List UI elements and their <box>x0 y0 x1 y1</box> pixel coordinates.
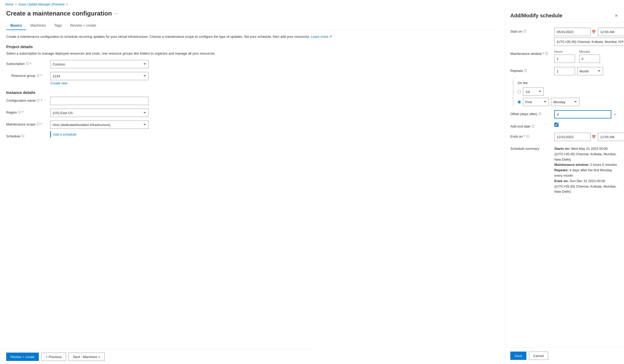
breadcrumb-sep1: > <box>15 3 17 6</box>
maintenance-scope-required: * <box>41 122 42 126</box>
region-label: Region <box>6 110 17 114</box>
ends-on-bold: Ends on: <box>554 179 569 183</box>
close-button[interactable]: × <box>614 12 619 19</box>
subscription-row: Subscription ⓘ * Contoso <box>6 60 499 68</box>
repeats-bold: Repeats: <box>554 168 569 172</box>
offset-info-icon: ⓘ <box>538 112 541 116</box>
repeats-row: Repeats ⓘ Month <box>510 67 619 75</box>
resource-group-label: Resource group <box>11 74 35 78</box>
start-on-info-icon: ⓘ <box>523 29 526 34</box>
resource-group-info-icon: ⓘ <box>37 73 40 78</box>
on-the-section: On the 1st First <box>513 79 619 106</box>
maintenance-window-required: * <box>543 52 544 56</box>
subscription-select[interactable]: Contoso <box>50 60 149 68</box>
subscription-info-icon: ⓘ <box>26 62 29 66</box>
subscription-required: * <box>30 62 31 66</box>
radio-day-number[interactable] <box>518 90 521 93</box>
day-select[interactable]: Monday <box>551 98 579 106</box>
left-panel: Create a maintenance configuration ··· B… <box>0 8 505 364</box>
ends-on-info-icon: ⓘ <box>526 134 529 139</box>
day-number-select[interactable]: 1st <box>523 87 544 96</box>
radio-row-2: First Monday <box>518 98 619 106</box>
tab-machines[interactable]: Machines <box>26 21 50 30</box>
radio-ordinal-day[interactable] <box>518 100 521 104</box>
repeats-info-icon: ⓘ <box>524 69 527 73</box>
maintenance-window-row: Maintenance window * ⓘ Hours 2 Minutes 0 <box>510 50 619 63</box>
region-select[interactable]: (US) East US <box>50 109 149 117</box>
schedule-label: Schedule <box>6 134 20 138</box>
end-date-input[interactable] <box>554 133 591 141</box>
ordinal-select[interactable]: First <box>523 98 549 106</box>
tab-tags[interactable]: Tags <box>50 21 66 30</box>
resource-group-required: * <box>41 74 42 78</box>
start-on-row: Start on ⓘ 05/31/2023 📅 (UTC+05:30) Chen… <box>510 28 619 46</box>
window-bold: Maintenance window: <box>554 163 589 167</box>
bottom-bar: Review + create < Previous Next : Machin… <box>0 349 312 364</box>
schedule-summary-label: Schedule summary <box>510 147 539 151</box>
more-icon[interactable]: ··· <box>114 11 118 16</box>
tab-basics[interactable]: Basics <box>6 21 26 30</box>
add-end-date-row: Add end date ⓘ <box>510 123 619 129</box>
maintenance-scope-info-icon: ⓘ <box>37 122 40 127</box>
external-link-icon: ↗ <box>329 35 332 39</box>
radio-row-1: 1st <box>518 87 619 96</box>
add-end-date-info-icon: ⓘ <box>531 124 534 129</box>
add-schedule-link[interactable]: Add a schedule <box>50 131 76 137</box>
review-create-button[interactable]: Review + create <box>6 353 39 361</box>
side-panel-title: Add/Modify schedule <box>510 13 562 19</box>
ends-on-row: Ends on * ⓘ 📅 <box>510 133 619 141</box>
start-date-calendar-icon[interactable]: 📅 <box>592 30 596 34</box>
schedule-summary-text: Starts on: Wed May 31 2023 00:00 ((UTC+0… <box>554 146 619 195</box>
offset-check-icon: ✓ <box>614 112 617 116</box>
repeats-unit-select[interactable]: Month <box>577 67 603 75</box>
tab-review-create[interactable]: Review + create <box>66 21 100 30</box>
ends-on-required: * <box>524 135 525 138</box>
maintenance-window-label: Maintenance window <box>510 52 542 56</box>
breadcrumb-sep2: > <box>66 3 68 6</box>
maintenance-scope-select[interactable]: Host (dedicated/isolated infrastructure) <box>50 121 149 129</box>
learn-more-link[interactable]: Learn more <box>311 35 328 39</box>
end-date-calendar-icon[interactable]: 📅 <box>592 135 596 139</box>
page-description: Create a maintenance configuration to sc… <box>6 34 499 39</box>
on-the-label: On the <box>518 79 619 85</box>
config-name-input[interactable] <box>50 97 149 105</box>
save-button[interactable]: Save <box>510 352 526 360</box>
breadcrumb-home[interactable]: Home <box>5 3 13 6</box>
create-new-link[interactable]: Create new <box>50 81 149 85</box>
add-end-date-checkbox[interactable] <box>554 123 558 127</box>
breadcrumb: Home > Azure Update Manager (Preview) > <box>0 0 624 8</box>
add-end-date-label: Add end date <box>510 124 530 128</box>
schedule-row: Schedule ⓘ Add a schedule <box>6 132 499 138</box>
cancel-button[interactable]: Cancel <box>529 352 548 360</box>
minutes-input[interactable]: 0 <box>579 55 600 63</box>
region-required: * <box>22 110 23 114</box>
side-panel-footer: Save Cancel <box>505 347 624 364</box>
offset-label: Offset (days after) <box>510 112 537 116</box>
resource-group-select[interactable]: 1234 <box>50 72 149 80</box>
project-details-desc: Select a subscription to manage deployed… <box>6 51 499 56</box>
ends-on-label: Ends on <box>510 135 523 138</box>
minutes-label: Minutes <box>579 50 600 54</box>
end-time-input[interactable] <box>598 133 624 141</box>
tabs: Basics Machines Tags Review + create <box>6 21 499 30</box>
schedule-info-icon: ⓘ <box>21 134 24 138</box>
hours-label: Hours <box>554 50 575 54</box>
previous-button[interactable]: < Previous <box>41 353 66 361</box>
start-time-input[interactable] <box>598 28 624 36</box>
page-title: Create a maintenance configuration <box>6 10 112 17</box>
offset-input[interactable] <box>554 110 611 118</box>
maintenance-scope-row: Maintenance scope ⓘ * Host (dedicated/is… <box>6 121 499 129</box>
side-panel-header: Add/Modify schedule × <box>505 8 624 23</box>
timezone-select[interactable]: (UTC+05:30) Chennai, Kolkata, Mumbai, N.… <box>554 38 624 46</box>
breadcrumb-azure[interactable]: Azure Update Manager (Preview) <box>18 3 64 6</box>
config-name-label: Configuration name <box>6 99 35 102</box>
instance-details-header: Instance details <box>6 90 499 95</box>
repeats-value-input[interactable] <box>554 67 575 75</box>
next-machines-button[interactable]: Next : Machines > <box>69 353 104 361</box>
resource-group-row: Resource group ⓘ * 1234 Create new <box>6 72 499 85</box>
start-date-input[interactable]: 05/31/2023 <box>554 28 591 36</box>
side-panel-body: Start on ⓘ 05/31/2023 📅 (UTC+05:30) Chen… <box>505 23 624 347</box>
region-row: Region ⓘ * (US) East US <box>6 109 499 117</box>
hours-input[interactable]: 2 <box>554 55 575 63</box>
side-panel: Add/Modify schedule × Start on ⓘ 05/31/2… <box>505 8 624 364</box>
